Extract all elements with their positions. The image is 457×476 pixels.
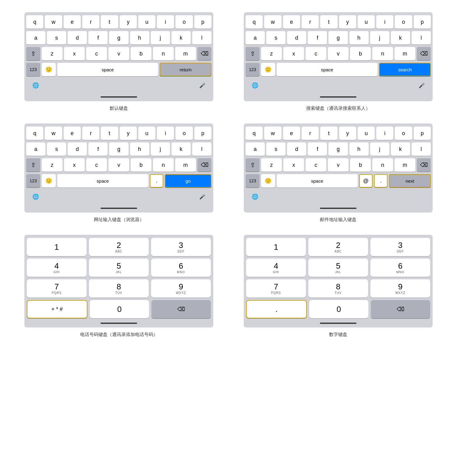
key-k[interactable]: k — [391, 31, 410, 45]
key-g[interactable]: g — [328, 142, 348, 156]
key-t[interactable]: t — [101, 127, 118, 140]
key-w[interactable]: w — [45, 15, 62, 29]
key-a[interactable]: a — [246, 142, 265, 156]
key-y[interactable]: y — [120, 127, 137, 140]
globe-key[interactable] — [248, 190, 262, 203]
key-emoji[interactable] — [42, 63, 56, 76]
key-y[interactable]: y — [339, 15, 356, 29]
key-n[interactable]: n — [153, 158, 174, 172]
return-key[interactable]: return — [160, 63, 211, 76]
key-z[interactable]: z — [42, 158, 62, 172]
key-s[interactable]: s — [47, 31, 66, 45]
search-key[interactable]: search — [379, 63, 431, 76]
key-g[interactable]: g — [109, 31, 128, 45]
key-j[interactable]: j — [370, 142, 389, 156]
key-d[interactable]: d — [68, 31, 87, 45]
key-emoji[interactable] — [42, 174, 56, 188]
num-key-2[interactable]: 2 ABC — [308, 238, 368, 256]
key-dot[interactable]: . — [374, 174, 388, 188]
key-t[interactable]: t — [320, 15, 337, 29]
key-p[interactable]: p — [194, 15, 211, 29]
key-j[interactable]: j — [370, 31, 389, 45]
mic-key[interactable] — [196, 79, 209, 92]
key-123[interactable]: 123 — [246, 63, 260, 76]
key-h[interactable]: h — [349, 31, 369, 45]
shift-key[interactable] — [26, 47, 40, 60]
key-k[interactable]: k — [172, 142, 191, 156]
mic-key[interactable] — [196, 190, 209, 203]
key-n[interactable]: n — [153, 47, 174, 60]
shift-key[interactable] — [26, 158, 40, 172]
key-q[interactable]: q — [246, 15, 263, 29]
key-x[interactable]: x — [64, 47, 85, 60]
phone-key-7[interactable]: 7 PQRS — [27, 279, 87, 298]
key-m[interactable]: m — [395, 158, 415, 172]
phone-key-1[interactable]: 1 — [27, 238, 87, 256]
key-x[interactable]: x — [64, 158, 85, 172]
key-l[interactable]: l — [412, 31, 431, 45]
key-p[interactable]: p — [414, 15, 431, 29]
key-f[interactable]: f — [88, 142, 108, 156]
key-s[interactable]: s — [266, 31, 285, 45]
backspace-key[interactable] — [197, 158, 211, 172]
phone-key-3[interactable]: 3 DEF — [151, 238, 211, 256]
key-w[interactable]: w — [264, 127, 281, 140]
key-x[interactable]: x — [283, 47, 304, 60]
key-q[interactable]: q — [26, 15, 43, 29]
key-p[interactable]: p — [414, 127, 431, 140]
key-e[interactable]: e — [64, 15, 81, 29]
key-q[interactable]: q — [246, 127, 263, 140]
key-e[interactable]: e — [283, 15, 300, 29]
key-y[interactable]: y — [339, 127, 356, 140]
num-key-8[interactable]: 8 TUV — [308, 279, 368, 298]
key-emoji[interactable] — [261, 63, 275, 76]
backspace-key[interactable] — [417, 47, 431, 60]
key-b[interactable]: b — [350, 47, 371, 60]
key-v[interactable]: v — [108, 47, 129, 60]
key-h[interactable]: h — [130, 142, 149, 156]
key-space[interactable]: space — [57, 63, 158, 76]
key-t[interactable]: t — [320, 127, 337, 140]
key-o[interactable]: o — [175, 127, 193, 140]
num-key-4[interactable]: 4 GHI — [246, 259, 306, 277]
key-k[interactable]: k — [391, 142, 410, 156]
key-v[interactable]: v — [108, 158, 129, 172]
key-u[interactable]: u — [358, 127, 375, 140]
key-a[interactable]: a — [26, 31, 45, 45]
key-n[interactable]: n — [372, 158, 393, 172]
key-c[interactable]: c — [86, 158, 107, 172]
key-y[interactable]: y — [120, 15, 137, 29]
next-key[interactable]: next — [389, 174, 431, 188]
key-v[interactable]: v — [328, 158, 349, 172]
globe-key[interactable] — [29, 190, 43, 203]
key-b[interactable]: b — [131, 158, 151, 172]
phone-key-8[interactable]: 8 TUV — [89, 279, 149, 298]
key-space[interactable]: space — [277, 63, 377, 76]
key-e[interactable]: e — [64, 127, 81, 140]
key-v[interactable]: v — [328, 47, 349, 60]
key-x[interactable]: x — [283, 158, 304, 172]
backspace-key[interactable] — [417, 158, 431, 172]
key-a[interactable]: a — [246, 31, 265, 45]
key-r[interactable]: r — [82, 15, 99, 29]
key-d[interactable]: d — [287, 31, 306, 45]
shift-key[interactable] — [246, 47, 260, 60]
key-i[interactable]: i — [376, 15, 393, 29]
key-b[interactable]: b — [350, 158, 371, 172]
num-key-dot[interactable]: . — [246, 300, 307, 318]
phone-key-4[interactable]: 4 GHI — [27, 259, 87, 277]
num-key-0[interactable]: 0 — [309, 300, 369, 318]
key-r[interactable]: r — [302, 127, 319, 140]
key-f[interactable]: f — [308, 142, 327, 156]
key-w[interactable]: w — [264, 15, 281, 29]
key-u[interactable]: u — [138, 127, 155, 140]
key-g[interactable]: g — [109, 142, 128, 156]
key-c[interactable]: c — [306, 47, 326, 60]
key-z[interactable]: z — [42, 47, 62, 60]
key-123[interactable]: 123 — [26, 174, 40, 188]
key-u[interactable]: u — [138, 15, 155, 29]
key-z[interactable]: z — [261, 158, 282, 172]
key-z[interactable]: z — [261, 47, 282, 60]
key-space[interactable]: space — [277, 174, 358, 188]
key-dot[interactable]: . — [150, 174, 163, 188]
